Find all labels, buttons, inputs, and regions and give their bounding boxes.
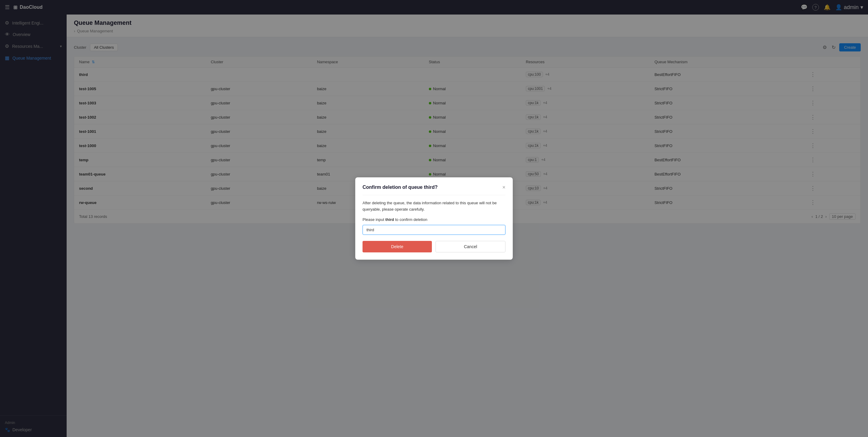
modal-close-button[interactable]: × xyxy=(502,184,505,190)
cancel-button[interactable]: Cancel xyxy=(435,241,505,253)
confirm-label-suffix: to confirm deletion xyxy=(394,217,427,222)
confirmation-modal: Confirm deletion of queue third? × After… xyxy=(355,177,513,260)
modal-confirm-label: Please input third to confirm deletion xyxy=(363,217,505,222)
confirm-input[interactable] xyxy=(363,225,505,235)
confirm-label-bold: third xyxy=(385,217,394,222)
confirm-label-prefix: Please input xyxy=(363,217,385,222)
modal-warning: After deleting the queue, the data infor… xyxy=(363,200,505,213)
modal-overlay: Confirm deletion of queue third? × After… xyxy=(67,14,868,437)
main-content: Queue Management › Queue Management Clus… xyxy=(67,14,868,437)
modal-actions: Delete Cancel xyxy=(363,241,505,253)
modal-divider xyxy=(363,195,505,195)
app-layout: ⚙ Intelligent Engi... 👁 Overview ⚙ Resou… xyxy=(0,14,868,437)
modal-title: Confirm deletion of queue third? xyxy=(363,184,438,190)
modal-header: Confirm deletion of queue third? × xyxy=(363,184,505,190)
delete-button[interactable]: Delete xyxy=(363,241,432,253)
